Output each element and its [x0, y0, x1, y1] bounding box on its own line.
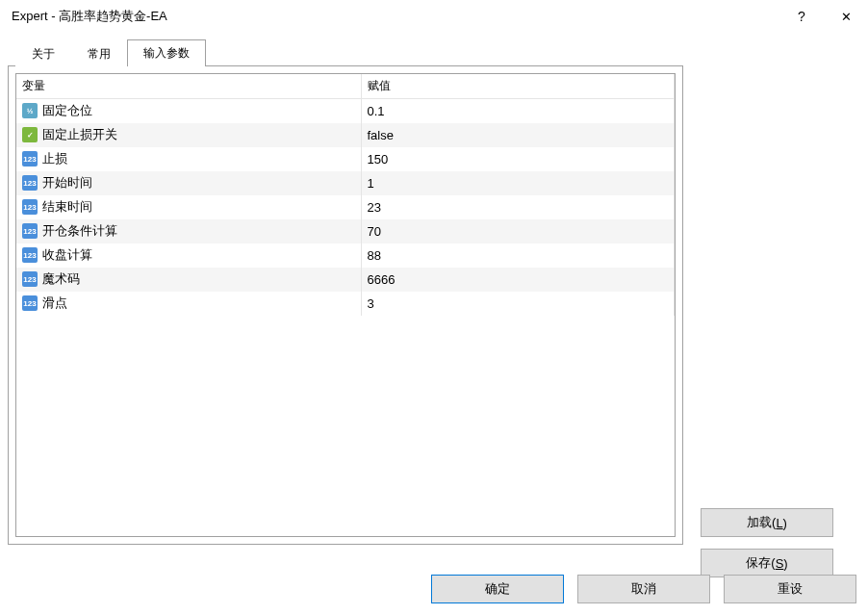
variable-name: 止损 — [42, 150, 67, 167]
variable-name: 固定仓位 — [42, 102, 92, 119]
bool-type-icon: ✓ — [22, 127, 38, 142]
table-row[interactable]: 123止损150 — [16, 147, 675, 171]
table-row[interactable]: ½固定仓位0.1 — [16, 99, 675, 123]
variable-cell[interactable]: 123开仓条件计算 — [16, 219, 361, 243]
variable-cell[interactable]: 123收盘计算 — [16, 243, 361, 268]
variable-cell[interactable]: 123止损 — [16, 147, 361, 171]
load-button[interactable]: 加载(L) — [701, 508, 833, 537]
ok-button[interactable]: 确定 — [431, 575, 564, 603]
table-row[interactable]: 123结束时间23 — [16, 195, 675, 219]
variable-cell[interactable]: 123魔术码 — [16, 268, 361, 292]
variable-cell[interactable]: ✓固定止损开关 — [16, 123, 361, 147]
titlebar: Expert - 高胜率趋势黄金-EA ? ✕ — [0, 0, 868, 33]
int-type-icon: 123 — [22, 223, 38, 239]
value-cell[interactable]: 150 — [361, 147, 675, 171]
col-value[interactable]: 赋值 — [361, 74, 675, 99]
table-row[interactable]: 123魔术码6666 — [16, 268, 675, 292]
save-button[interactable]: 保存(S) — [701, 549, 833, 577]
variable-cell[interactable]: 123滑点 — [16, 292, 361, 316]
value-cell[interactable]: false — [361, 123, 675, 147]
cancel-button[interactable]: 取消 — [577, 575, 710, 603]
int-type-icon: 123 — [22, 199, 38, 215]
col-variable[interactable]: 变量 — [16, 74, 361, 99]
variable-name: 开仓条件计算 — [42, 222, 117, 240]
reset-button[interactable]: 重设 — [724, 575, 856, 603]
variable-name: 固定止损开关 — [42, 126, 117, 143]
value-cell[interactable]: 3 — [361, 292, 675, 316]
tab-about[interactable]: 关于 — [15, 40, 71, 67]
value-cell[interactable]: 70 — [361, 219, 675, 243]
tabs: 关于 常用 输入参数 — [15, 38, 860, 65]
table-row[interactable]: ✓固定止损开关false — [16, 123, 675, 147]
table-row[interactable]: 123开始时间1 — [16, 171, 675, 195]
value-cell[interactable]: 23 — [361, 195, 675, 219]
variable-name: 结束时间 — [42, 198, 92, 216]
int-type-icon: 123 — [22, 151, 38, 167]
variable-cell[interactable]: ½固定仓位 — [16, 99, 361, 123]
variable-name: 收盘计算 — [42, 246, 92, 264]
value-cell[interactable]: 88 — [361, 243, 675, 268]
int-type-icon: 123 — [22, 295, 38, 311]
tab-common[interactable]: 常用 — [71, 40, 127, 67]
inputs-table: 变量 赋值 ½固定仓位0.1✓固定止损开关false123止损150123开始时… — [16, 74, 675, 316]
window-title: Expert - 高胜率趋势黄金-EA — [12, 8, 779, 25]
inputs-panel: 变量 赋值 ½固定仓位0.1✓固定止损开关false123止损150123开始时… — [8, 65, 683, 545]
variable-cell[interactable]: 123开始时间 — [16, 171, 361, 195]
variable-cell[interactable]: 123结束时间 — [16, 195, 361, 219]
help-button[interactable]: ? — [779, 0, 824, 33]
table-row[interactable]: 123开仓条件计算70 — [16, 219, 675, 243]
value-cell[interactable]: 6666 — [361, 268, 675, 292]
table-row[interactable]: 123收盘计算88 — [16, 243, 675, 268]
tab-inputs[interactable]: 输入参数 — [127, 39, 206, 66]
value-cell[interactable]: 1 — [361, 171, 675, 195]
value-cell[interactable]: 0.1 — [361, 99, 675, 123]
inputs-table-wrap: 变量 赋值 ½固定仓位0.1✓固定止损开关false123止损150123开始时… — [15, 73, 676, 537]
int-type-icon: 123 — [22, 175, 38, 191]
double-type-icon: ½ — [22, 103, 38, 118]
close-button[interactable]: ✕ — [824, 0, 868, 33]
variable-name: 魔术码 — [42, 270, 80, 288]
int-type-icon: 123 — [22, 271, 38, 287]
int-type-icon: 123 — [22, 247, 38, 263]
table-row[interactable]: 123滑点3 — [16, 292, 675, 316]
variable-name: 开始时间 — [42, 174, 92, 192]
variable-name: 滑点 — [42, 295, 67, 312]
